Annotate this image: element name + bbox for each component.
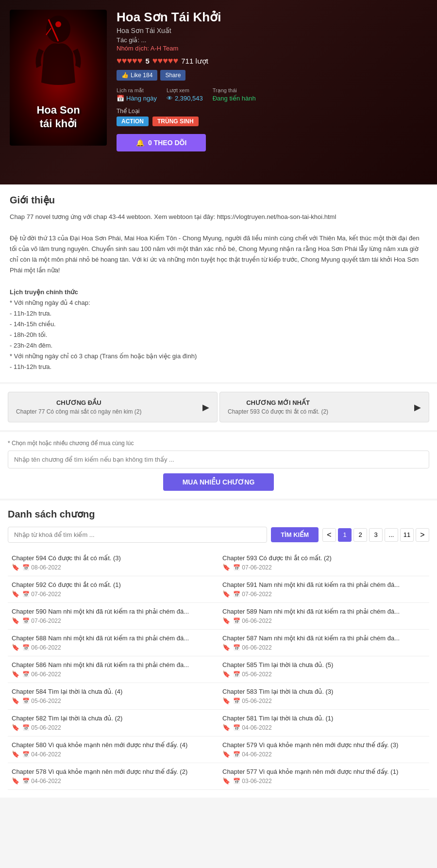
rating-row: ♥♥♥♥♥ 5 ♥♥♥♥♥ 711 lượt [117, 56, 427, 66]
chapter-item[interactable]: Chapter 586 Nam nhi một khi đã rút kiếm … [8, 656, 218, 683]
chapter-item[interactable]: Chapter 583 Tìm lại thời là chưa đủ. (3)… [218, 683, 429, 710]
chapter-item[interactable]: Chapter 585 Tìm lại thời là chưa đủ. (5)… [218, 656, 429, 683]
page-next-btn[interactable]: > [416, 528, 429, 542]
chapter-title: Chapter 590 Nam nhi một khi đã rút kiếm … [12, 608, 215, 615]
first-chapter-subtitle: Chapter 77 Có công mài sắt có ngày nên k… [16, 408, 141, 415]
pagination: < 1 2 3 ... 11 > [322, 528, 429, 542]
chapter-item[interactable]: Chapter 588 Nam nhi một khi đã rút kiếm … [8, 630, 218, 656]
buy-multiple-btn[interactable]: MUA NHIỀU CHƯƠNG [163, 473, 274, 491]
chapter-item[interactable]: Chapter 584 Tìm lại thời là chưa đủ. (4)… [8, 683, 218, 710]
chapter-meta: 🔖 📅 05-06-2022 [222, 670, 425, 678]
chapter-item[interactable]: Chapter 590 Nam nhi một khi đã rút kiếm … [8, 603, 218, 630]
chapter-item[interactable]: Chapter 594 Có được thì ắt có mất. (3) 🔖… [8, 550, 218, 576]
chapter-title: Chapter 584 Tìm lại thời là chưa đủ. (4) [12, 688, 215, 695]
chapter-date: 📅 05-06-2022 [233, 671, 272, 678]
chapter-title: Chapter 591 Nam nhi một khi đã rút kiếm … [222, 581, 425, 588]
page-1-btn[interactable]: 1 [338, 528, 352, 542]
hearts: ♥♥♥♥♥ [117, 56, 142, 66]
hero-meta: Lịch ra mắt 📅 Hàng ngày Lượt xem 👁 2,390… [117, 87, 427, 102]
buy-search-input[interactable] [8, 451, 429, 468]
bookmark-icon: 🔖 [222, 724, 230, 731]
views-meta: Lượt xem 👁 2,390,543 [167, 87, 203, 102]
page-3-btn[interactable]: 3 [369, 528, 383, 542]
chapter-item[interactable]: Chapter 593 Có được thì ắt có mất. (2) 🔖… [218, 550, 429, 576]
extra-hearts: ♥♥♥♥♥ [152, 56, 178, 66]
chapter-item[interactable]: Chapter 592 Có được thì ắt có mất. (1) 🔖… [8, 576, 218, 603]
latest-chapter-arrow-icon: ▶ [414, 402, 421, 413]
manga-title: Hoa Sơn Tái Khởi [117, 10, 427, 25]
chapter-date: 📅 05-06-2022 [22, 724, 61, 731]
chapter-item[interactable]: Chapter 579 Vì quá khỏe mạnh nên mới đượ… [218, 736, 429, 763]
chapter-search-btn[interactable]: TÌM KIẾM [271, 527, 319, 542]
chapter-date: 📅 06-06-2022 [233, 618, 272, 624]
chapter-meta: 🔖 📅 06-06-2022 [222, 644, 425, 651]
chapter-title: Chapter 577 Vì quá khỏe mạnh nên mới đượ… [222, 768, 425, 775]
bookmark-icon: 🔖 [222, 751, 230, 758]
chapter-date: 📅 06-06-2022 [22, 644, 61, 651]
chapter-title: Chapter 578 Vì quá khỏe mạnh nên mới đượ… [12, 768, 215, 775]
first-chapter-arrow-icon: ▶ [202, 402, 209, 413]
chapter-meta: 🔖 📅 06-06-2022 [12, 644, 215, 651]
first-chapter-btn[interactable]: CHƯƠNG ĐẦU Chapter 77 Có công mài sắt có… [8, 392, 218, 422]
page-2-btn[interactable]: 2 [353, 528, 367, 542]
views-value: 👁 2,390,543 [167, 95, 203, 102]
chapter-date: 📅 07-06-2022 [22, 591, 61, 598]
chapter-title: Chapter 589 Nam nhi một khi đã rút kiếm … [222, 608, 425, 615]
chapter-item[interactable]: Chapter 581 Tìm lại thời là chưa đủ. (1)… [218, 710, 429, 736]
bookmark-icon: 🔖 [222, 670, 230, 678]
svg-point-3 [55, 21, 61, 27]
bookmark-icon: 🔖 [12, 697, 19, 704]
page-prev-btn[interactable]: < [322, 528, 336, 542]
bookmark-icon: 🔖 [12, 724, 19, 731]
bookmark-icon: 🔖 [222, 697, 230, 704]
schedule-meta: Lịch ra mắt 📅 Hàng ngày [117, 87, 157, 102]
cover-image: Hoa Son tái khởi [10, 10, 107, 146]
follow-button[interactable]: 🔔 0 THEO DÕI [117, 134, 206, 151]
schedule-value: 📅 Hàng ngày [117, 95, 157, 102]
chapter-title: Chapter 582 Tìm lại thời là chưa đủ. (2) [12, 715, 215, 722]
chapter-item[interactable]: Chapter 587 Nam nhi một khi đã rút kiếm … [218, 630, 429, 656]
bookmark-icon: 🔖 [12, 644, 19, 651]
chapter-date: 📅 06-06-2022 [233, 644, 272, 651]
chapter-title: Chapter 580 Vì quá khỏe mạnh nên mới đượ… [12, 741, 215, 749]
chapter-meta: 🔖 📅 03-06-2022 [222, 777, 425, 785]
chapter-meta: 🔖 📅 06-06-2022 [12, 670, 215, 678]
first-chapter-label: CHƯƠNG ĐẦU [16, 399, 141, 406]
chapter-date: 📅 05-06-2022 [22, 698, 61, 704]
genre-action[interactable]: ACTION [117, 117, 149, 126]
bookmark-icon: 🔖 [12, 670, 19, 678]
latest-chapter-subtitle: Chapter 593 Có được thì ắt có mất. (2) [228, 408, 328, 415]
chapter-item[interactable]: Chapter 580 Vì quá khỏe mạnh nên mới đượ… [8, 736, 218, 763]
fb-share-button[interactable]: Share [160, 70, 185, 81]
chapter-meta: 🔖 📅 04-06-2022 [12, 777, 215, 785]
chapter-item[interactable]: Chapter 589 Nam nhi một khi đã rút kiếm … [218, 603, 429, 630]
bell-icon: 🔔 [136, 139, 144, 147]
chapter-item[interactable]: Chapter 591 Nam nhi một khi đã rút kiếm … [218, 576, 429, 603]
chapter-item[interactable]: Chapter 578 Vì quá khỏe mạnh nên mới đượ… [8, 763, 218, 790]
chapter-date: 📅 04-06-2022 [233, 724, 272, 731]
chapter-item[interactable]: Chapter 577 Vì quá khỏe mạnh nên mới đượ… [218, 763, 429, 790]
bookmark-icon: 🔖 [12, 751, 19, 758]
latest-chapter-btn[interactable]: CHƯƠNG MỚI NHẤT Chapter 593 Có được thì … [219, 392, 429, 422]
chapter-title: Chapter 588 Nam nhi một khi đã rút kiếm … [12, 634, 215, 642]
hero-info: Hoa Sơn Tái Khởi Hoa Sơn Tái Xuất Tác gi… [117, 10, 427, 151]
chapter-title: Chapter 581 Tìm lại thời là chưa đủ. (1) [222, 715, 425, 722]
intro-title: Giới thiệu [10, 194, 427, 206]
chapter-date: 📅 08-06-2022 [22, 564, 61, 571]
latest-chapter-content: CHƯƠNG MỚI NHẤT Chapter 593 Có được thì … [228, 399, 328, 415]
genre-trungsinh[interactable]: TRÙNG SINH [152, 117, 199, 126]
author: Tác giả: ... [117, 36, 427, 44]
chapter-search-row: TÌM KIẾM < 1 2 3 ... 11 > [8, 527, 429, 543]
fb-like-button[interactable]: 👍 Like 184 [117, 70, 157, 81]
chapter-item[interactable]: Chapter 582 Tìm lại thời là chưa đủ. (2)… [8, 710, 218, 736]
intro-body: Chap 77 novel tương ứng với chap 43-44 w… [10, 212, 427, 372]
page-dots-btn: ... [385, 528, 398, 542]
chapter-date: 📅 07-06-2022 [233, 591, 272, 598]
chapter-title: Chapter 592 Có được thì ắt có mất. (1) [12, 581, 215, 588]
first-chapter-content: CHƯƠNG ĐẦU Chapter 77 Có công mài sắt có… [16, 399, 141, 415]
chapter-search-input[interactable] [8, 527, 267, 543]
genre-section-label: Thể Loại [117, 108, 427, 115]
cover-title: Hoa Son tái khởi [10, 103, 107, 131]
page-11-btn[interactable]: 11 [400, 528, 414, 542]
chapter-meta: 🔖 📅 05-06-2022 [12, 697, 215, 704]
